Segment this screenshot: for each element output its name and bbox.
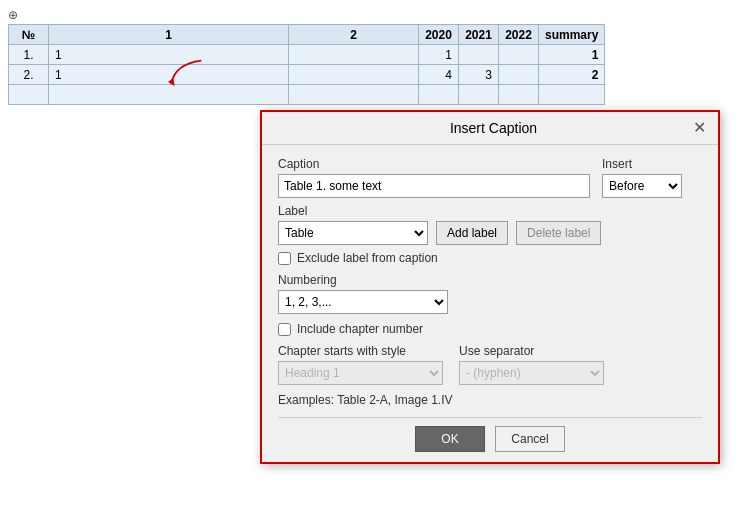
row1-summary: 1 <box>539 45 605 65</box>
caption-insert-row: Caption Insert Before After <box>278 157 702 198</box>
divider <box>278 417 702 418</box>
row2-summary: 2 <box>539 65 605 85</box>
row3-num <box>9 85 49 105</box>
chapter-separator-row: Chapter starts with style Heading 1 Use … <box>278 344 702 385</box>
row3-c1 <box>49 85 289 105</box>
move-icon[interactable]: ⊕ <box>8 8 18 22</box>
ok-button[interactable]: OK <box>415 426 485 452</box>
numbering-select[interactable]: 1, 2, 3,... A, B, C,... a, b, c,... I, I… <box>278 290 448 314</box>
col-header-2020: 2020 <box>419 25 459 45</box>
dialog-buttons: OK Cancel <box>278 426 702 452</box>
row2-c2 <box>289 65 419 85</box>
row1-2021 <box>459 45 499 65</box>
delete-label-button[interactable]: Delete label <box>516 221 601 245</box>
row1-c2 <box>289 45 419 65</box>
exclude-checkbox-row: Exclude label from caption <box>278 251 702 265</box>
table-row <box>9 85 605 105</box>
caption-label: Caption <box>278 157 590 171</box>
include-chapter-checkbox-row: Include chapter number <box>278 322 702 336</box>
caption-input[interactable] <box>278 174 590 198</box>
cancel-button[interactable]: Cancel <box>495 426 565 452</box>
row2-2021: 3 <box>459 65 499 85</box>
examples-text: Examples: Table 2-A, Image 1.IV <box>278 393 702 407</box>
spreadsheet-table: № 1 2 2020 2021 2022 summary 1. 1 1 1 2. <box>8 24 605 105</box>
row3-c2 <box>289 85 419 105</box>
col-header-2022: 2022 <box>499 25 539 45</box>
use-separator-group: Use separator - (hyphen) <box>459 344 604 385</box>
use-separator-label: Use separator <box>459 344 604 358</box>
dialog-body: Caption Insert Before After Label Table … <box>262 145 718 462</box>
exclude-checkbox[interactable] <box>278 252 291 265</box>
row1-num: 1. <box>9 45 49 65</box>
col-header-2: 2 <box>289 25 419 45</box>
label-row: Table Figure Equation Add label Delete l… <box>278 221 702 245</box>
row3-summary <box>539 85 605 105</box>
insert-label: Insert <box>602 157 682 171</box>
col-header-1: 1 <box>49 25 289 45</box>
col-header-2021: 2021 <box>459 25 499 45</box>
col-header-summary: summary <box>539 25 605 45</box>
col-header-num: № <box>9 25 49 45</box>
dialog-title: Insert Caption <box>294 120 693 136</box>
dialog-titlebar: Insert Caption ✕ <box>262 112 718 145</box>
add-label-button[interactable]: Add label <box>436 221 508 245</box>
chapter-starts-label: Chapter starts with style <box>278 344 443 358</box>
label-select[interactable]: Table Figure Equation <box>278 221 428 245</box>
include-chapter-label: Include chapter number <box>297 322 423 336</box>
label-field-label: Label <box>278 204 702 218</box>
separator-select: - (hyphen) <box>459 361 604 385</box>
insert-caption-dialog: Insert Caption ✕ Caption Insert Before A… <box>260 110 720 464</box>
insert-field-group: Insert Before After <box>602 157 682 198</box>
row3-2021 <box>459 85 499 105</box>
row1-2022 <box>499 45 539 65</box>
row2-num: 2. <box>9 65 49 85</box>
chapter-starts-group: Chapter starts with style Heading 1 <box>278 344 443 385</box>
exclude-label: Exclude label from caption <box>297 251 438 265</box>
row2-c1: 1 <box>49 65 289 85</box>
row1-c1: 1 <box>49 45 289 65</box>
row1-2020: 1 <box>419 45 459 65</box>
row2-2022 <box>499 65 539 85</box>
close-button[interactable]: ✕ <box>693 120 706 136</box>
row3-2020 <box>419 85 459 105</box>
caption-field-group: Caption <box>278 157 590 198</box>
numbering-label: Numbering <box>278 273 702 287</box>
row3-2022 <box>499 85 539 105</box>
table-row: 1. 1 1 1 <box>9 45 605 65</box>
table-row: 2. 1 4 3 2 <box>9 65 605 85</box>
row2-2020: 4 <box>419 65 459 85</box>
include-chapter-checkbox[interactable] <box>278 323 291 336</box>
chapter-starts-select: Heading 1 <box>278 361 443 385</box>
insert-select[interactable]: Before After <box>602 174 682 198</box>
